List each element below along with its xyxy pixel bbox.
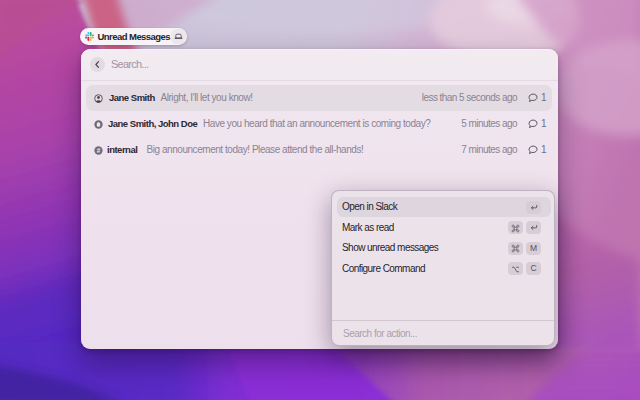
svg-text:#: # bbox=[97, 146, 101, 153]
